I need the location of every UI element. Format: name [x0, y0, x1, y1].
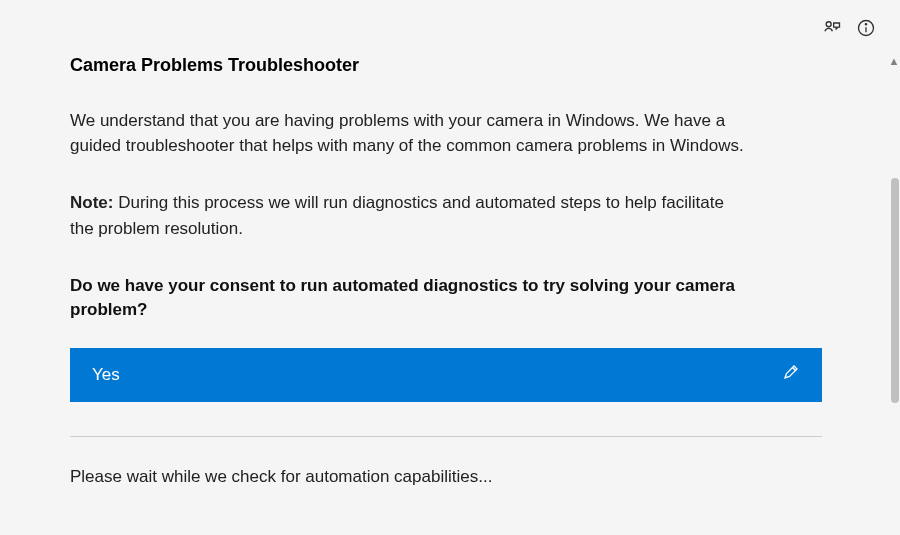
consent-question: Do we have your consent to run automated… [70, 274, 750, 322]
note-text: During this process we will run diagnost… [70, 193, 724, 238]
edit-icon [782, 363, 800, 386]
intro-text: We understand that you are having proble… [70, 109, 750, 158]
page-title: Camera Problems Troubleshooter [70, 55, 750, 76]
note-label: Note: [70, 193, 113, 212]
yes-button-label: Yes [92, 365, 120, 385]
main-content: Camera Problems Troubleshooter We unders… [0, 0, 820, 487]
header-icon-bar [822, 18, 876, 38]
scrollbar-thumb[interactable] [891, 178, 899, 403]
svg-point-0 [826, 22, 831, 27]
divider [70, 436, 822, 437]
yes-button[interactable]: Yes [70, 348, 822, 402]
note-block: Note: During this process we will run di… [70, 190, 750, 241]
info-icon[interactable] [856, 18, 876, 38]
waiting-text: Please wait while we check for automatio… [70, 467, 750, 487]
svg-point-3 [865, 24, 866, 25]
feedback-icon[interactable] [822, 18, 842, 38]
